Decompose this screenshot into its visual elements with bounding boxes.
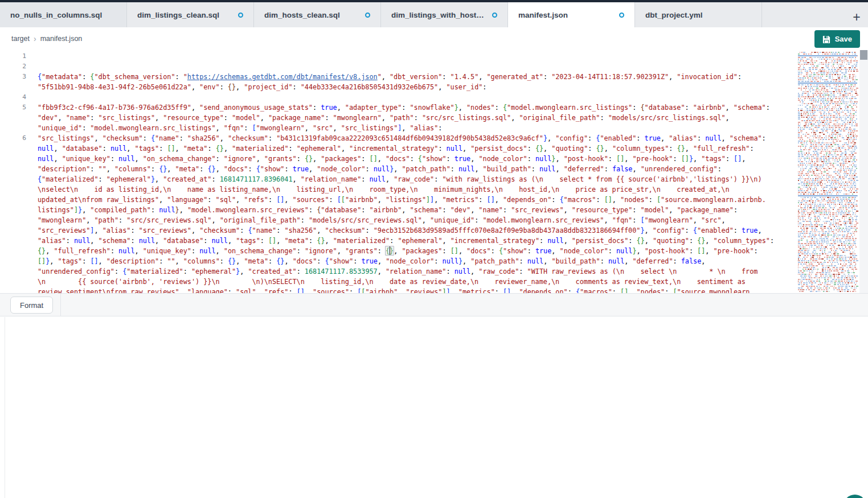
breadcrumb-folder[interactable]: target	[11, 35, 30, 43]
tab-no-nulls-in-columns-sql[interactable]: no_nulls_in_columns.sql	[0, 2, 127, 27]
code-text: null, "database": null, "tags": [], "met…	[38, 143, 754, 154]
code-text: "src_reviews"], "alias": "src_reviews", …	[38, 225, 762, 236]
code-text: \n {{ source('airbnb', 'reviews') }}\n \…	[38, 277, 746, 287]
plus-icon: +	[853, 10, 860, 24]
line-number: 3	[0, 72, 38, 82]
line-number	[0, 184, 38, 195]
line-number	[0, 113, 38, 123]
tab-manifest-json[interactable]: manifest.json	[508, 2, 635, 27]
new-tab-button[interactable]: +	[849, 9, 865, 25]
unsaved-dot-icon	[365, 13, 370, 18]
line-number: 5	[0, 102, 38, 113]
line-number	[0, 164, 38, 174]
line-number	[0, 154, 38, 164]
code-line[interactable]: 2	[0, 61, 797, 72]
code-line[interactable]: {"materialized": "ephemeral"}, "created_…	[0, 174, 797, 184]
editor-scrollbar[interactable]	[859, 50, 868, 293]
tab-label: no_nulls_in_columns.sql	[10, 11, 102, 19]
save-label: Save	[835, 35, 852, 43]
code-text: "fbb9f3c2-cf96-4a17-b736-976a62d35ff9", …	[38, 102, 770, 113]
code-line[interactable]: "dev", "name": "src_listings", "resource…	[0, 113, 797, 123]
code-text: \nselect\n id as listing_id,\n name as l…	[38, 184, 730, 195]
line-number	[0, 82, 38, 92]
line-number: 1	[0, 51, 38, 61]
code-line[interactable]: 4	[0, 92, 797, 102]
line-number: 6	[0, 133, 38, 143]
save-button[interactable]: Save	[814, 30, 860, 48]
line-number	[0, 277, 38, 287]
code-line[interactable]: null, "database": null, "tags": [], "met…	[0, 143, 797, 154]
code-line[interactable]: listings"]}, "compiled_path": null}, "mo…	[0, 205, 797, 215]
line-number	[0, 256, 38, 266]
code-line[interactable]: "unique_id": "model.mwonglearn.src_listi…	[0, 123, 797, 133]
code-lines: 123{"metadata": {"dbt_schema_version": "…	[0, 50, 797, 294]
code-text: updated_at\nfrom raw_listings", "languag…	[38, 195, 766, 205]
line-number	[0, 143, 38, 154]
code-line[interactable]: "mwonglearn", "path": "src/src_reviews.s…	[0, 215, 797, 225]
tab-dbt-project-yml[interactable]: dbt_project.yml	[635, 2, 762, 27]
unsaved-dot-icon	[492, 13, 497, 18]
app-root: no_nulls_in_columns.sqldim_listings_clea…	[0, 0, 868, 498]
code-line[interactable]: 5"fbb9f3c2-cf96-4a17-b736-976a62d35ff9",…	[0, 102, 797, 113]
code-line[interactable]: 6"src_listings", "checksum": {"name": "s…	[0, 133, 797, 143]
code-text: "unrendered_config": {"materialized": "e…	[38, 266, 758, 277]
code-text: {"materialized": "ephemeral"}, "created_…	[38, 174, 762, 184]
format-label: Format	[20, 301, 43, 310]
code-line[interactable]: null, "unique_key": null, "on_schema_cha…	[0, 154, 797, 164]
line-number	[0, 246, 38, 256]
minimap[interactable]	[797, 50, 859, 293]
line-number	[0, 123, 38, 133]
code-text: "src_listings", "checksum": {"name": "sh…	[38, 133, 766, 143]
tab-label: dbt_project.yml	[645, 11, 703, 19]
code-line[interactable]: {}, "full_refresh": null, "unique_key": …	[0, 246, 797, 256]
code-line[interactable]: "description": "", "columns": {}, "meta"…	[0, 164, 797, 174]
line-number	[0, 236, 38, 246]
code-line[interactable]: \nselect\n id as listing_id,\n name as l…	[0, 184, 797, 195]
code-line[interactable]: \n {{ source('airbnb', 'reviews') }}\n \…	[0, 277, 797, 287]
line-number	[0, 215, 38, 225]
tab-label: dim_hosts_clean.sql	[264, 11, 340, 19]
code-editor[interactable]: 123{"metadata": {"dbt_schema_version": "…	[0, 50, 868, 294]
tab-dim-listings-clean-sql[interactable]: dim_listings_clean.sql	[127, 2, 254, 27]
tab-bar: no_nulls_in_columns.sqldim_listings_clea…	[0, 2, 868, 27]
code-text: "description": "", "columns": {}, "meta"…	[38, 164, 722, 174]
line-number: 4	[0, 92, 38, 102]
code-line[interactable]: "src_reviews"], "alias": "src_reviews", …	[0, 225, 797, 236]
code-text: "alias": null, "schema": null, "database…	[38, 236, 774, 246]
code-line[interactable]: []}, "tags": [], "description": "", "col…	[0, 256, 797, 266]
format-button[interactable]: Format	[10, 297, 53, 314]
line-number	[0, 174, 38, 184]
code-text: null, "unique_key": null, "on_schema_cha…	[38, 154, 746, 164]
format-bar: Format	[0, 293, 868, 316]
scrollbar-thumb[interactable]	[860, 50, 867, 60]
code-line[interactable]: "5f51bb91-94b8-4e31-94f2-26b5e061d22a", …	[0, 82, 797, 92]
tab-label: dim_listings_clean.sql	[137, 11, 219, 19]
line-number	[0, 195, 38, 205]
line-number	[0, 266, 38, 277]
breadcrumb-bar: target › manifest.json Save	[0, 27, 868, 50]
code-line[interactable]: "alias": null, "schema": null, "database…	[0, 236, 797, 246]
code-line[interactable]: "unrendered_config": {"materialized": "e…	[0, 266, 797, 277]
format-bar-divider	[60, 294, 61, 316]
code-line[interactable]: 1	[0, 51, 797, 61]
code-text: "mwonglearn", "path": "src/src_reviews.s…	[38, 215, 726, 225]
tab-dim-listings-with-hosts-sql[interactable]: dim_listings_with_hosts.sql	[381, 2, 508, 27]
line-number	[0, 225, 38, 236]
code-text: "5f51bb91-94b8-4e31-94f2-26b5e061d22a", …	[38, 82, 486, 92]
unsaved-dot-icon	[238, 13, 243, 18]
chevron-right-icon: ›	[34, 34, 36, 43]
line-number	[0, 205, 38, 215]
code-line[interactable]: 3{"metadata": {"dbt_schema_version": "ht…	[0, 72, 797, 82]
save-icon	[822, 35, 830, 43]
breadcrumb: target › manifest.json	[11, 27, 82, 50]
tab-strip: no_nulls_in_columns.sqldim_listings_clea…	[0, 2, 762, 27]
code-text: []}, "tags": [], "description": "", "col…	[38, 256, 705, 266]
bottom-panel	[0, 316, 868, 498]
breadcrumb-file: manifest.json	[40, 35, 83, 43]
code-text: {"metadata": {"dbt_schema_version": "htt…	[38, 72, 742, 82]
code-text: "unique_id": "model.mwonglearn.src_listi…	[38, 123, 442, 133]
unsaved-dot-icon	[619, 13, 624, 18]
tab-dim-hosts-clean-sql[interactable]: dim_hosts_clean.sql	[254, 2, 381, 27]
code-line[interactable]: updated_at\nfrom raw_listings", "languag…	[0, 195, 797, 205]
code-text: "dev", "name": "src_listings", "resource…	[38, 113, 730, 123]
